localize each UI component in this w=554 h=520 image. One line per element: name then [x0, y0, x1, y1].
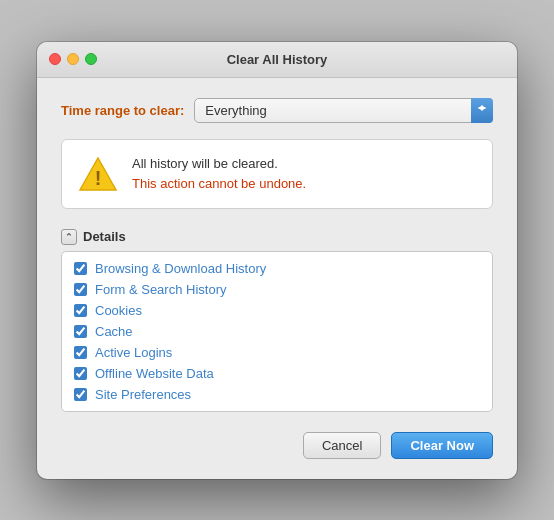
button-row: Cancel Clear Now [61, 428, 493, 459]
list-item[interactable]: Offline Website Data [62, 363, 492, 384]
warning-icon: ! [78, 154, 118, 194]
list-item[interactable]: Active Logins [62, 342, 492, 363]
item-label-cache: Cache [95, 324, 133, 339]
chevron-icon[interactable]: ⌃ [61, 229, 77, 245]
checkbox-site-prefs[interactable] [74, 388, 87, 401]
list-item[interactable]: Browsing & Download History [62, 258, 492, 279]
close-button[interactable] [49, 53, 61, 65]
item-label-offline: Offline Website Data [95, 366, 214, 381]
time-range-select-wrapper: Last Hour Last Two Hours Last Four Hours… [194, 98, 493, 123]
details-label: Details [83, 229, 126, 244]
checkbox-cookies[interactable] [74, 304, 87, 317]
time-range-label: Time range to clear: [61, 103, 184, 118]
svg-text:!: ! [95, 167, 102, 189]
checkbox-logins[interactable] [74, 346, 87, 359]
checkbox-form[interactable] [74, 283, 87, 296]
checkbox-offline[interactable] [74, 367, 87, 380]
checkbox-cache[interactable] [74, 325, 87, 338]
item-label-form: Form & Search History [95, 282, 226, 297]
item-label-site-prefs: Site Preferences [95, 387, 191, 402]
item-label-browsing: Browsing & Download History [95, 261, 266, 276]
warning-box: ! All history will be cleared. This acti… [61, 139, 493, 209]
dialog-window: Clear All History Time range to clear: L… [37, 42, 517, 479]
minimize-button[interactable] [67, 53, 79, 65]
titlebar: Clear All History [37, 42, 517, 78]
list-item[interactable]: Cache [62, 321, 492, 342]
details-section: ⌃ Details Browsing & Download History Fo… [61, 225, 493, 412]
warning-text: All history will be cleared. This action… [132, 154, 306, 193]
item-label-cookies: Cookies [95, 303, 142, 318]
traffic-lights [49, 53, 97, 65]
cancel-button[interactable]: Cancel [303, 432, 381, 459]
list-item[interactable]: Site Preferences [62, 384, 492, 405]
list-item[interactable]: Cookies [62, 300, 492, 321]
clear-now-button[interactable]: Clear Now [391, 432, 493, 459]
warning-line2: This action cannot be undone. [132, 174, 306, 194]
item-label-logins: Active Logins [95, 345, 172, 360]
time-range-row: Time range to clear: Last Hour Last Two … [61, 98, 493, 123]
time-range-select[interactable]: Last Hour Last Two Hours Last Four Hours… [194, 98, 493, 123]
list-item[interactable]: Form & Search History [62, 279, 492, 300]
checkbox-browsing[interactable] [74, 262, 87, 275]
warning-line1: All history will be cleared. [132, 154, 306, 174]
details-list: Browsing & Download History Form & Searc… [61, 251, 493, 412]
maximize-button[interactable] [85, 53, 97, 65]
dialog-content: Time range to clear: Last Hour Last Two … [37, 78, 517, 479]
details-header[interactable]: ⌃ Details [61, 225, 493, 249]
window-title: Clear All History [227, 52, 328, 67]
